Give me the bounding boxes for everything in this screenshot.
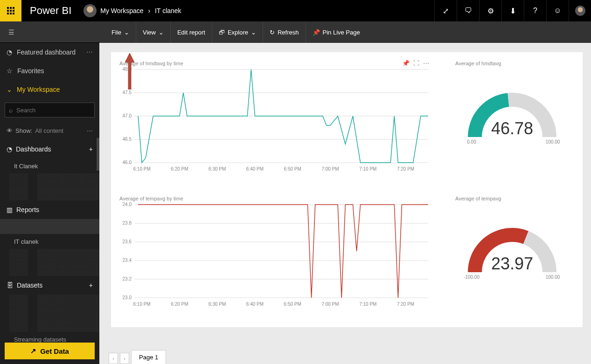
refresh-icon: ↻ — [270, 29, 275, 36]
chevron-down-icon: ⌄ — [251, 29, 256, 36]
svg-text:6:20 PM: 6:20 PM — [171, 302, 188, 307]
settings-button[interactable]: ⚙ — [479, 0, 501, 21]
top-bar: Power BI My Workspace › IT clanek ⤢ 🗨 ⚙ … — [0, 0, 591, 21]
left-sidebar: ☰ ◔ Featured dashboard ⋯ ☆ Favorites ⌄ M… — [0, 21, 99, 364]
more-icon[interactable]: ⋯ — [87, 127, 93, 134]
svg-text:24.0: 24.0 — [123, 202, 132, 207]
tile-humidity-gauge[interactable]: Average of hmdtavg 46.780.00100.00 — [452, 57, 573, 178]
breadcrumb-workspace[interactable]: My Workspace — [100, 7, 143, 14]
svg-text:46.5: 46.5 — [123, 137, 132, 142]
breadcrumb: My Workspace › IT clanek — [100, 7, 181, 14]
explore-label: Explore — [228, 29, 248, 36]
humidity-line-chart: 46.046.547.047.548.06:10 PM6:20 PM6:30 P… — [116, 67, 433, 174]
report-item-itclanek[interactable]: IT clanek — [0, 234, 99, 249]
search-input[interactable] — [16, 107, 95, 114]
tile-actions: 📌 ⛶ ⋯ — [402, 60, 429, 67]
page-next-button[interactable]: › — [120, 353, 129, 364]
favorites-label: Favorites — [17, 67, 44, 75]
redacted-block — [9, 173, 99, 200]
svg-text:7:00 PM: 7:00 PM — [321, 302, 339, 307]
pin-icon: 📌 — [313, 29, 320, 36]
search-input-wrapper[interactable]: ⌕ — [5, 103, 95, 117]
my-workspace-item[interactable]: ⌄ My Workspace — [0, 80, 99, 99]
svg-text:46.0: 46.0 — [123, 160, 132, 165]
download-button[interactable]: ⬇ — [501, 0, 524, 21]
explore-menu[interactable]: 🗗 Explore ⌄ — [212, 21, 263, 43]
chevron-down-icon: ⌄ — [124, 29, 129, 36]
file-label: File — [111, 29, 121, 36]
featured-dashboard-item[interactable]: ◔ Featured dashboard ⋯ — [0, 43, 99, 62]
streaming-label: Streaming datasets — [14, 336, 66, 343]
help-button[interactable]: ? — [524, 0, 546, 21]
favorites-item[interactable]: ☆ Favorites — [0, 62, 99, 80]
help-icon: ? — [533, 7, 537, 15]
svg-text:-100.00: -100.00 — [464, 275, 480, 280]
profile-button[interactable] — [569, 0, 591, 21]
file-menu[interactable]: File ⌄ — [105, 21, 136, 43]
menu-icon: ☰ — [8, 28, 14, 36]
feedback-button[interactable]: ☺ — [546, 0, 569, 21]
avatar-icon — [575, 6, 585, 16]
plus-icon[interactable]: + — [89, 282, 93, 289]
show-filter[interactable]: 👁 Show: All content ⋯ — [0, 121, 99, 140]
dashboard-item-itclanek[interactable]: It Clanek — [0, 158, 99, 173]
svg-text:6:50 PM: 6:50 PM — [284, 166, 301, 172]
tile-temperature-line[interactable]: Average of tempavg by time 23.023.223.42… — [116, 192, 433, 313]
page-prev-button[interactable]: ‹ — [109, 353, 118, 364]
hamburger-button[interactable]: ☰ — [0, 21, 99, 43]
more-icon[interactable]: ⋯ — [86, 48, 93, 56]
chart-title: Average of tempavg by time — [116, 192, 433, 202]
user-avatar-small — [83, 4, 97, 17]
pin-icon[interactable]: 📌 — [402, 60, 410, 67]
svg-text:6:10 PM: 6:10 PM — [133, 302, 151, 307]
dash-item-label: It Clanek — [14, 163, 38, 170]
datasets-section[interactable]: 🗄Datasets + — [0, 276, 99, 295]
fullscreen-button[interactable]: ⤢ — [434, 0, 457, 21]
reports-label: Reports — [16, 206, 39, 213]
breadcrumb-current: IT clanek — [155, 7, 181, 14]
chart-icon: ▥ — [7, 206, 13, 213]
tile-humidity-line[interactable]: 📌 ⛶ ⋯ Average of hmdtavg by time 46.046.… — [116, 57, 433, 178]
svg-text:23.8: 23.8 — [123, 220, 132, 226]
chevron-down-icon: ⌄ — [7, 86, 12, 93]
svg-text:0.00: 0.00 — [467, 139, 476, 144]
canvas-page[interactable]: 📌 ⛶ ⋯ Average of hmdtavg by time 46.046.… — [111, 52, 583, 327]
svg-text:7:00 PM: 7:00 PM — [321, 166, 339, 172]
getdata-label: Get Data — [40, 347, 69, 355]
edit-report-button[interactable]: Edit report — [171, 21, 212, 43]
arrow-out-icon: ↗ — [30, 347, 36, 355]
chart-title: Average of hmdtavg by time — [116, 57, 433, 67]
pin-label: Pin Live Page — [323, 29, 360, 36]
brand-label: Power BI — [21, 5, 80, 17]
report-item-label: IT clanek — [14, 238, 39, 245]
eye-icon: 👁 — [7, 127, 13, 134]
more-icon[interactable]: ⋯ — [423, 60, 429, 67]
report-item-redacted[interactable] — [0, 219, 99, 234]
datasets-label: Datasets — [17, 282, 42, 289]
svg-text:7:20 PM: 7:20 PM — [397, 166, 414, 172]
focus-icon[interactable]: ⛶ — [413, 60, 419, 67]
app-launcher-button[interactable] — [0, 0, 21, 21]
svg-text:23.6: 23.6 — [123, 239, 132, 244]
search-icon: ⌕ — [9, 106, 13, 114]
tile-temperature-gauge[interactable]: Average of tempavg 23.97-100.00100.00 — [452, 192, 573, 313]
svg-text:23.0: 23.0 — [123, 295, 132, 300]
reports-section[interactable]: ▥Reports — [0, 200, 99, 219]
get-data-button[interactable]: ↗ Get Data — [5, 343, 95, 359]
annotation-arrow — [125, 53, 134, 89]
chat-button[interactable]: 🗨 — [457, 0, 479, 21]
svg-text:23.4: 23.4 — [123, 258, 132, 263]
refresh-button[interactable]: ↻ Refresh — [263, 21, 306, 43]
fullscreen-icon: ⤢ — [443, 7, 449, 15]
svg-text:47.0: 47.0 — [123, 113, 132, 118]
gauge-title: Average of hmdtavg — [452, 57, 573, 67]
svg-text:46.78: 46.78 — [491, 119, 533, 138]
view-menu[interactable]: View ⌄ — [136, 21, 171, 43]
page-tab-1[interactable]: Page 1 — [131, 350, 166, 364]
dashboards-label: Dashboards — [16, 145, 51, 153]
tab-label: Page 1 — [139, 354, 158, 361]
database-icon: 🗄 — [7, 282, 13, 289]
plus-icon[interactable]: + — [89, 145, 93, 153]
pin-live-button[interactable]: 📌 Pin Live Page — [306, 21, 367, 43]
dashboards-section[interactable]: ◔Dashboards + — [0, 140, 99, 158]
